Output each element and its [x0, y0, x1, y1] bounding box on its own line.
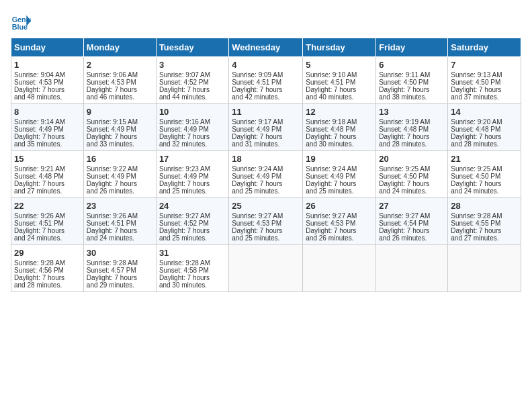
day-info-line: Daylight: 7 hours	[379, 180, 445, 187]
day-info-line: Daylight: 7 hours	[159, 227, 226, 234]
day-info-line: Sunrise: 9:27 AM	[306, 212, 373, 220]
day-info-line: Sunset: 4:49 PM	[306, 173, 373, 180]
day-info-line: Sunset: 4:49 PM	[14, 126, 81, 133]
day-number: 16	[87, 154, 153, 164]
day-info-line: and 24 minutes.	[379, 187, 445, 195]
day-info-line: Sunset: 4:51 PM	[14, 220, 81, 227]
day-info-line: and 29 minutes.	[87, 281, 153, 289]
calendar-cell: 17Sunrise: 9:23 AMSunset: 4:49 PMDayligh…	[156, 151, 228, 198]
calendar-cell: 4Sunrise: 9:09 AMSunset: 4:51 PMDaylight…	[229, 57, 303, 104]
day-info-line: Sunset: 4:53 PM	[232, 220, 300, 227]
day-info-line: and 35 minutes.	[14, 140, 81, 148]
day-info-line: Sunrise: 9:18 AM	[306, 118, 373, 126]
day-info-line: Sunrise: 9:10 AM	[306, 71, 373, 79]
col-header-saturday: Saturday	[448, 38, 521, 57]
day-info-line: Sunset: 4:49 PM	[232, 173, 300, 180]
day-info-line: and 30 minutes.	[159, 281, 226, 289]
day-number: 13	[379, 107, 445, 117]
calendar-cell: 12Sunrise: 9:18 AMSunset: 4:48 PMDayligh…	[303, 104, 376, 151]
logo: General Blue	[11, 11, 34, 31]
day-number: 17	[159, 154, 226, 164]
day-info-line: Daylight: 7 hours	[87, 86, 153, 93]
day-number: 20	[379, 154, 445, 164]
header: General Blue	[11, 11, 521, 31]
day-info-line: Sunrise: 9:28 AM	[451, 212, 518, 220]
week-row-5: 29Sunrise: 9:28 AMSunset: 4:56 PMDayligh…	[11, 245, 521, 292]
day-info-line: Sunrise: 9:28 AM	[14, 259, 81, 267]
day-number: 28	[451, 201, 518, 211]
day-info-line: Sunrise: 9:15 AM	[87, 118, 153, 126]
day-info-line: Sunrise: 9:20 AM	[451, 118, 518, 126]
calendar-cell	[448, 245, 521, 292]
day-info-line: and 25 minutes.	[306, 187, 373, 195]
col-header-friday: Friday	[376, 38, 448, 57]
day-info-line: Sunset: 4:51 PM	[87, 220, 153, 227]
day-info-line: Daylight: 7 hours	[14, 86, 81, 93]
day-info-line: Daylight: 7 hours	[306, 133, 373, 140]
day-info-line: and 27 minutes.	[451, 234, 518, 242]
day-info-line: and 40 minutes.	[306, 93, 373, 101]
col-header-sunday: Sunday	[11, 38, 84, 57]
day-info-line: Sunrise: 9:21 AM	[14, 165, 81, 173]
day-info-line: Daylight: 7 hours	[14, 180, 81, 187]
calendar-cell: 16Sunrise: 9:22 AMSunset: 4:49 PMDayligh…	[83, 151, 156, 198]
day-number: 8	[14, 107, 81, 117]
calendar-cell: 21Sunrise: 9:25 AMSunset: 4:50 PMDayligh…	[448, 151, 521, 198]
day-info-line: Sunrise: 9:26 AM	[87, 212, 153, 220]
day-info-line: Sunrise: 9:28 AM	[87, 259, 153, 267]
logo-icon: General Blue	[11, 11, 31, 31]
day-number: 14	[451, 107, 518, 117]
day-number: 30	[87, 248, 153, 258]
day-info-line: and 25 minutes.	[232, 187, 300, 195]
day-info-line: Sunset: 4:49 PM	[87, 173, 153, 180]
day-info-line: and 28 minutes.	[451, 140, 518, 148]
day-info-line: Daylight: 7 hours	[306, 86, 373, 93]
calendar-cell: 14Sunrise: 9:20 AMSunset: 4:48 PMDayligh…	[448, 104, 521, 151]
day-info-line: Sunrise: 9:27 AM	[379, 212, 445, 220]
day-number: 12	[306, 107, 373, 117]
day-number: 18	[232, 154, 300, 164]
day-info-line: Daylight: 7 hours	[232, 227, 300, 234]
day-info-line: and 37 minutes.	[451, 93, 518, 101]
day-number: 5	[306, 60, 373, 70]
calendar-cell: 24Sunrise: 9:27 AMSunset: 4:52 PMDayligh…	[156, 198, 228, 245]
calendar-cell: 23Sunrise: 9:26 AMSunset: 4:51 PMDayligh…	[83, 198, 156, 245]
day-info-line: Sunset: 4:54 PM	[379, 220, 445, 227]
calendar-header: SundayMondayTuesdayWednesdayThursdayFrid…	[11, 38, 521, 57]
calendar-cell: 30Sunrise: 9:28 AMSunset: 4:57 PMDayligh…	[83, 245, 156, 292]
day-info-line: and 33 minutes.	[87, 140, 153, 148]
day-info-line: Daylight: 7 hours	[14, 227, 81, 234]
calendar-cell: 9Sunrise: 9:15 AMSunset: 4:49 PMDaylight…	[83, 104, 156, 151]
day-info-line: and 25 minutes.	[159, 187, 226, 195]
day-info-line: Daylight: 7 hours	[232, 133, 300, 140]
day-number: 19	[306, 154, 373, 164]
day-info-line: Daylight: 7 hours	[87, 180, 153, 187]
day-info-line: and 25 minutes.	[159, 234, 226, 242]
week-row-2: 8Sunrise: 9:14 AMSunset: 4:49 PMDaylight…	[11, 104, 521, 151]
day-info-line: Sunset: 4:48 PM	[451, 126, 518, 133]
day-info-line: Sunrise: 9:14 AM	[14, 118, 81, 126]
day-number: 7	[451, 60, 518, 70]
day-number: 1	[14, 60, 81, 70]
day-info-line: Sunrise: 9:25 AM	[451, 165, 518, 173]
day-info-line: Sunset: 4:51 PM	[232, 79, 300, 86]
calendar-cell: 6Sunrise: 9:11 AMSunset: 4:50 PMDaylight…	[376, 57, 448, 104]
calendar-cell: 13Sunrise: 9:19 AMSunset: 4:48 PMDayligh…	[376, 104, 448, 151]
day-number: 24	[159, 201, 226, 211]
day-number: 3	[159, 60, 226, 70]
day-info-line: Daylight: 7 hours	[232, 180, 300, 187]
day-number: 26	[306, 201, 373, 211]
calendar-cell: 15Sunrise: 9:21 AMSunset: 4:48 PMDayligh…	[11, 151, 84, 198]
calendar-cell: 7Sunrise: 9:13 AMSunset: 4:50 PMDaylight…	[448, 57, 521, 104]
day-info-line: Sunset: 4:52 PM	[159, 79, 226, 86]
calendar-cell: 20Sunrise: 9:25 AMSunset: 4:50 PMDayligh…	[376, 151, 448, 198]
calendar-cell: 10Sunrise: 9:16 AMSunset: 4:49 PMDayligh…	[156, 104, 228, 151]
day-info-line: Sunset: 4:51 PM	[306, 79, 373, 86]
day-info-line: Daylight: 7 hours	[159, 86, 226, 93]
day-info-line: Sunrise: 9:25 AM	[379, 165, 445, 173]
day-info-line: and 26 minutes.	[87, 187, 153, 195]
day-info-line: Sunset: 4:48 PM	[14, 173, 81, 180]
calendar-table: SundayMondayTuesdayWednesdayThursdayFrid…	[11, 38, 521, 292]
day-info-line: Daylight: 7 hours	[87, 274, 153, 281]
day-info-line: Daylight: 7 hours	[14, 133, 81, 140]
